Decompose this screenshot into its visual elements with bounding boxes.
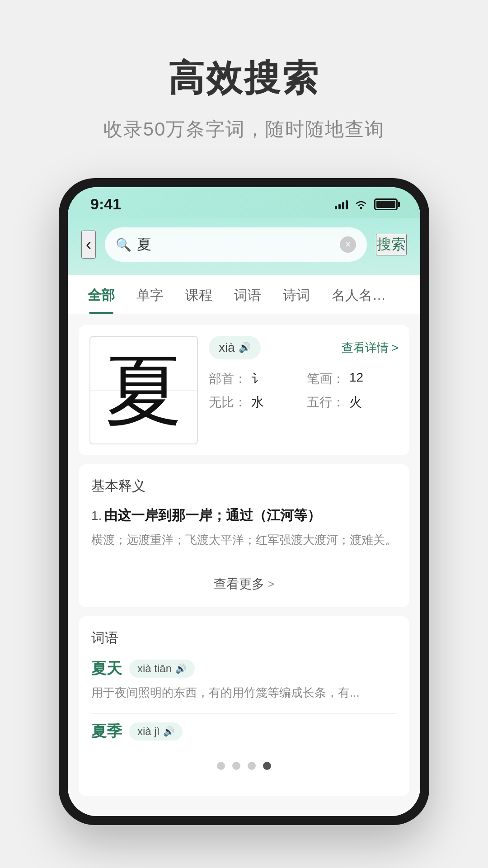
pagination-dot-4 [263, 762, 271, 770]
battery-icon [374, 198, 398, 210]
wuxing-value: 火 [349, 394, 362, 411]
bihua-value: 12 [349, 370, 363, 387]
tab-single-char[interactable]: 单字 [126, 275, 174, 314]
character-display: 夏 [89, 336, 198, 444]
see-more-arrow: > [268, 578, 274, 590]
pinyin-row: xià 🔊 查看详情 > [209, 336, 399, 359]
word-header-2: 夏季 xià jì 🔊 [91, 721, 397, 742]
phone-screen: 9:41 [68, 187, 420, 816]
pagination-dot-2 [232, 762, 240, 770]
tab-all[interactable]: 全部 [77, 275, 126, 314]
wubi-item: 无比： 水 [209, 394, 300, 411]
definition-item-1: 1. 由这一岸到那一岸；通过（江河等） 横渡；远渡重洋；飞渡太平洋；红军强渡大渡… [91, 505, 397, 550]
character-details: 部首： 讠 笔画： 12 无比： 水 五行： 火 [209, 370, 399, 411]
definitions-title: 基本释义 [91, 477, 397, 495]
bushou-item: 部首： 讠 [209, 370, 300, 387]
detail-link[interactable]: 查看详情 > [342, 340, 399, 356]
words-title: 词语 [91, 629, 397, 647]
word-pinyin-badge-2: xià jì 🔊 [129, 722, 183, 741]
word-char-2: 夏季 [91, 721, 122, 742]
sound-icon[interactable]: 🔊 [239, 342, 251, 354]
page-title: 高效搜索 [168, 54, 320, 103]
character-card: 夏 xià 🔊 查看详情 > 部首： 讠 [79, 325, 409, 455]
svg-point-0 [360, 207, 362, 209]
search-input-box[interactable]: 🔍 夏 × [105, 227, 367, 262]
phone-mockup: 9:41 [59, 178, 429, 825]
back-button[interactable]: ‹ [81, 231, 96, 259]
signal-icon [335, 199, 348, 209]
tab-course[interactable]: 课程 [174, 275, 223, 314]
bihua-label: 笔画： [307, 370, 345, 387]
search-submit-button[interactable]: 搜索 [376, 234, 407, 255]
search-query-text: 夏 [137, 235, 334, 255]
tab-quotes[interactable]: 名人名… [321, 275, 397, 314]
definitions-card: 基本释义 1. 由这一岸到那一岸；通过（江河等） 横渡；远渡重洋；飞渡太平洋；红… [79, 464, 409, 607]
search-icon: 🔍 [116, 237, 131, 252]
bihua-item: 笔画： 12 [307, 370, 399, 387]
pinyin-badge[interactable]: xià 🔊 [209, 336, 261, 359]
word-sound-icon-2[interactable]: 🔊 [163, 726, 174, 737]
main-content: 夏 xià 🔊 查看详情 > 部首： 讠 [68, 314, 420, 816]
word-sound-icon-1[interactable]: 🔊 [175, 663, 187, 674]
search-area: ‹ 🔍 夏 × 搜索 [68, 218, 420, 275]
word-item-1[interactable]: 夏天 xià tiān 🔊 用于夜间照明的东西，有的用竹篾等编成长条，有... [91, 658, 397, 703]
character-info: xià 🔊 查看详情 > 部首： 讠 笔画： 12 [209, 336, 399, 444]
word-char-1: 夏天 [91, 658, 122, 679]
pagination-dots [91, 753, 397, 783]
status-icons [335, 198, 398, 210]
battery-fill [376, 201, 395, 208]
pagination-dot-3 [248, 762, 256, 770]
wubi-value: 水 [251, 394, 264, 411]
wubi-label: 无比： [209, 394, 247, 411]
bushou-value: 讠 [251, 370, 264, 387]
see-more-button[interactable]: 查看更多 > [91, 566, 397, 594]
word-header-1: 夏天 xià tiān 🔊 [91, 658, 397, 679]
pinyin-text: xià [219, 340, 235, 355]
page-subtitle: 收录50万条字词，随时随地查询 [103, 117, 385, 142]
wuxing-item: 五行： 火 [307, 394, 399, 411]
words-section: 词语 夏天 xià tiān 🔊 用于夜间照明的东西，有的用竹篾等编成长条，有.… [79, 616, 409, 796]
tab-poetry[interactable]: 诗词 [272, 275, 321, 314]
character-big: 夏 [105, 352, 182, 429]
wifi-icon [354, 199, 368, 210]
tab-word[interactable]: 词语 [223, 275, 272, 314]
def-main-1: 1. 由这一岸到那一岸；通过（江河等） [91, 505, 397, 526]
word-pinyin-text-2: xià jì [137, 725, 160, 738]
tabs-bar: 全部 单字 课程 词语 诗词 名人名… [68, 275, 420, 314]
bushou-label: 部首： [209, 370, 247, 387]
word-pinyin-text-1: xià tiān [137, 662, 172, 675]
wuxing-label: 五行： [307, 394, 345, 411]
word-item-2[interactable]: 夏季 xià jì 🔊 [91, 721, 397, 742]
status-time: 9:41 [90, 195, 121, 213]
status-bar: 9:41 [68, 187, 420, 218]
search-clear-button[interactable]: × [340, 236, 356, 253]
word-desc-1: 用于夜间照明的东西，有的用竹篾等编成长条，有... [91, 684, 397, 703]
word-pinyin-badge-1: xià tiān 🔊 [129, 660, 195, 678]
def-sub-1: 横渡；远渡重洋；飞渡太平洋；红军强渡大渡河；渡难关。 [91, 530, 397, 550]
pagination-dot-1 [217, 762, 225, 770]
